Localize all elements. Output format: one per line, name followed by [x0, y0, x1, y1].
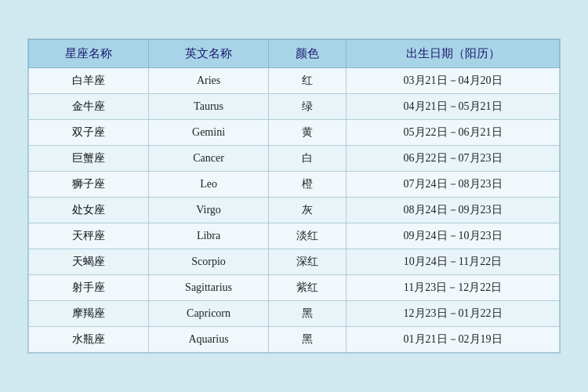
cell-english-name: Sagittarius — [149, 275, 269, 301]
cell-color: 橙 — [269, 172, 347, 198]
cell-english-name: Capricorn — [149, 301, 269, 327]
zodiac-table-container: 星座名称 英文名称 颜色 出生日期（阳历） 白羊座Aries红03月21日－04… — [27, 38, 561, 354]
cell-dates: 04月21日－05月21日 — [347, 94, 560, 120]
cell-chinese-name: 双子座 — [29, 120, 149, 146]
table-row: 白羊座Aries红03月21日－04月20日 — [29, 68, 560, 94]
table-row: 天秤座Libra淡红09月24日－10月23日 — [29, 223, 560, 249]
cell-english-name: Leo — [149, 172, 269, 198]
table-body: 白羊座Aries红03月21日－04月20日金牛座Taurus绿04月21日－0… — [29, 68, 560, 353]
cell-english-name: Virgo — [149, 198, 269, 223]
cell-chinese-name: 水瓶座 — [29, 327, 149, 353]
cell-dates: 06月22日－07月23日 — [347, 146, 560, 172]
table-row: 天蝎座Scorpio深红10月24日－11月22日 — [29, 249, 560, 275]
cell-dates: 11月23日－12月22日 — [347, 275, 560, 301]
cell-color: 黑 — [269, 301, 347, 327]
cell-chinese-name: 白羊座 — [29, 68, 149, 94]
cell-color: 紫红 — [269, 275, 347, 301]
cell-chinese-name: 处女座 — [29, 198, 149, 223]
table-row: 巨蟹座Cancer白06月22日－07月23日 — [29, 146, 560, 172]
col-header-dates: 出生日期（阳历） — [347, 40, 560, 68]
table-row: 狮子座Leo橙07月24日－08月23日 — [29, 172, 560, 198]
cell-english-name: Scorpio — [149, 249, 269, 275]
cell-english-name: Libra — [149, 223, 269, 249]
cell-color: 灰 — [269, 198, 347, 223]
cell-dates: 03月21日－04月20日 — [347, 68, 560, 94]
cell-english-name: Aries — [149, 68, 269, 94]
cell-chinese-name: 天秤座 — [29, 223, 149, 249]
cell-color: 红 — [269, 68, 347, 94]
cell-color: 绿 — [269, 94, 347, 120]
cell-color: 淡红 — [269, 223, 347, 249]
cell-dates: 05月22日－06月21日 — [347, 120, 560, 146]
col-header-english: 英文名称 — [149, 40, 269, 68]
cell-chinese-name: 天蝎座 — [29, 249, 149, 275]
cell-color: 深红 — [269, 249, 347, 275]
table-row: 金牛座Taurus绿04月21日－05月21日 — [29, 94, 560, 120]
cell-dates: 01月21日－02月19日 — [347, 327, 560, 353]
table-row: 摩羯座Capricorn黑12月23日－01月22日 — [29, 301, 560, 327]
table-header-row: 星座名称 英文名称 颜色 出生日期（阳历） — [29, 40, 560, 68]
cell-color: 黄 — [269, 120, 347, 146]
cell-english-name: Aquarius — [149, 327, 269, 353]
table-row: 射手座Sagittarius紫红11月23日－12月22日 — [29, 275, 560, 301]
cell-english-name: Gemini — [149, 120, 269, 146]
cell-color: 白 — [269, 146, 347, 172]
col-header-chinese: 星座名称 — [29, 40, 149, 68]
cell-chinese-name: 摩羯座 — [29, 301, 149, 327]
table-row: 水瓶座Aquarius黑01月21日－02月19日 — [29, 327, 560, 353]
cell-english-name: Cancer — [149, 146, 269, 172]
cell-dates: 10月24日－11月22日 — [347, 249, 560, 275]
cell-dates: 08月24日－09月23日 — [347, 198, 560, 223]
cell-dates: 12月23日－01月22日 — [347, 301, 560, 327]
cell-color: 黑 — [269, 327, 347, 353]
cell-dates: 07月24日－08月23日 — [347, 172, 560, 198]
col-header-color: 颜色 — [269, 40, 347, 68]
cell-chinese-name: 狮子座 — [29, 172, 149, 198]
table-row: 双子座Gemini黄05月22日－06月21日 — [29, 120, 560, 146]
cell-chinese-name: 射手座 — [29, 275, 149, 301]
table-row: 处女座Virgo灰08月24日－09月23日 — [29, 198, 560, 223]
cell-english-name: Taurus — [149, 94, 269, 120]
cell-dates: 09月24日－10月23日 — [347, 223, 560, 249]
cell-chinese-name: 金牛座 — [29, 94, 149, 120]
cell-chinese-name: 巨蟹座 — [29, 146, 149, 172]
zodiac-table: 星座名称 英文名称 颜色 出生日期（阳历） 白羊座Aries红03月21日－04… — [28, 39, 560, 353]
